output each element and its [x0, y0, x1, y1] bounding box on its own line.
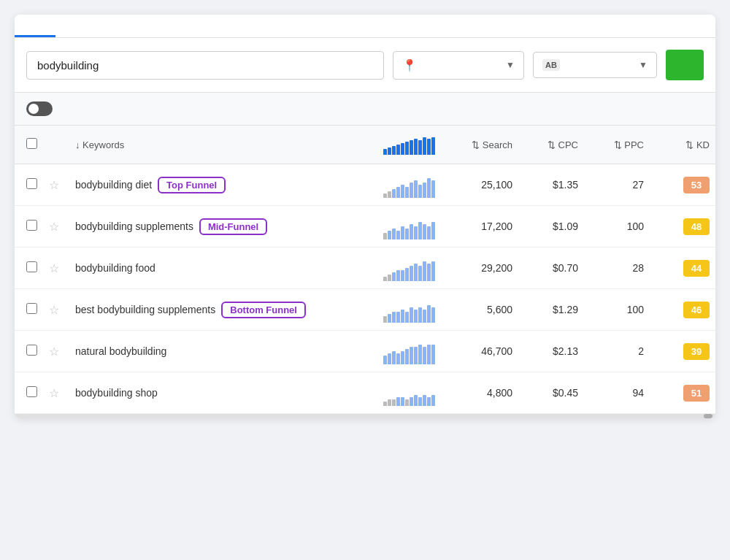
row-keyword: bodybuilding food [69, 248, 365, 289]
table-row: ☆bodybuilding dietTop Funnel25,100$1.352… [15, 164, 715, 206]
star-icon[interactable]: ☆ [49, 304, 59, 316]
filter-tab-questions[interactable] [679, 103, 704, 115]
header-kd[interactable]: ⇅ KD [650, 126, 715, 164]
star-icon[interactable]: ☆ [49, 345, 59, 358]
kd-badge: 39 [683, 343, 710, 360]
row-checkbox[interactable] [26, 345, 37, 356]
row-checkbox-cell [15, 372, 43, 414]
row-ppc: 28 [584, 248, 650, 289]
header-search-label: ⇅ Search [472, 139, 512, 150]
location-select[interactable]: 📍 ▼ [393, 51, 524, 80]
funnel-label: Top Funnel [158, 177, 226, 193]
header-keywords[interactable]: ↓ Keywords [69, 126, 365, 164]
row-checkbox-cell [15, 331, 43, 372]
row-kd: 44 [650, 248, 715, 289]
star-icon[interactable]: ☆ [49, 262, 59, 275]
kd-badge: 46 [683, 302, 710, 318]
row-ppc: 27 [584, 164, 650, 206]
tab-keyword[interactable] [15, 15, 55, 37]
toggle-knob [28, 104, 39, 114]
star-icon[interactable]: ☆ [49, 220, 59, 233]
row-cpc: $1.09 [518, 206, 584, 248]
header-cpc[interactable]: ⇅ CPC [518, 126, 584, 164]
search-button[interactable] [666, 50, 704, 80]
filter-tab-related[interactable] [623, 103, 648, 115]
row-star-cell: ☆ [43, 206, 69, 248]
row-keyword: bodybuilding dietTop Funnel [69, 164, 365, 206]
row-trend [365, 289, 453, 331]
keyword-text: natural bodybuilding [75, 345, 166, 357]
select-all-checkbox[interactable] [26, 138, 37, 149]
filter-tab-autocomplete[interactable] [651, 103, 676, 115]
row-search: 17,200 [453, 206, 518, 248]
language-select[interactable]: AB ▼ [533, 52, 657, 78]
row-cpc: $1.35 [518, 164, 584, 206]
row-star-cell: ☆ [43, 164, 69, 206]
keyword-input-wrap [26, 51, 384, 80]
row-checkbox[interactable] [26, 178, 37, 189]
row-ppc: 2 [584, 331, 650, 372]
row-keyword: best bodybuilding supplementsBottom Funn… [69, 289, 365, 331]
filter-bar [15, 93, 715, 126]
row-checkbox-cell [15, 289, 43, 331]
tab-domain[interactable] [55, 15, 96, 37]
row-keyword: bodybuilding shop [69, 372, 365, 414]
row-trend [365, 331, 453, 372]
table-body: ☆bodybuilding dietTop Funnel25,100$1.352… [15, 164, 715, 414]
row-checkbox[interactable] [26, 386, 37, 397]
kd-badge: 53 [683, 177, 710, 193]
row-ppc: 100 [584, 289, 650, 331]
results-table-wrap: ↓ Keywords ⇅ Search ⇅ CPC ⇅ PPC [15, 126, 715, 418]
table-row: ☆best bodybuilding supplementsBottom Fun… [15, 289, 715, 331]
row-star-cell: ☆ [43, 248, 69, 289]
row-checkbox-cell [15, 248, 43, 289]
row-checkbox[interactable] [26, 261, 37, 272]
row-cpc: $0.45 [518, 372, 584, 414]
scroll-thumb [704, 414, 712, 418]
row-keyword: natural bodybuilding [69, 331, 365, 372]
row-keyword: bodybuilding supplementsMid-Funnel [69, 206, 365, 248]
keyword-text: best bodybuilding supplements [75, 304, 215, 315]
scroll-indicator [15, 414, 715, 418]
row-cpc: $1.29 [518, 289, 584, 331]
results-table: ↓ Keywords ⇅ Search ⇅ CPC ⇅ PPC [15, 126, 715, 414]
header-ppc[interactable]: ⇅ PPC [584, 126, 650, 164]
kd-badge: 44 [683, 260, 710, 277]
row-star-cell: ☆ [43, 331, 69, 372]
row-trend [365, 164, 453, 206]
header-kd-label: ⇅ KD [685, 139, 710, 150]
row-cpc: $2.13 [518, 331, 584, 372]
row-checkbox[interactable] [26, 220, 37, 231]
toggle-switch[interactable] [26, 101, 53, 116]
header-search[interactable]: ⇅ Search [453, 126, 518, 164]
row-checkbox[interactable] [26, 303, 37, 314]
keyword-text: bodybuilding supplements [75, 220, 193, 232]
funnel-label: Bottom Funnel [221, 302, 306, 318]
table-row: ☆bodybuilding supplementsMid-Funnel17,20… [15, 206, 715, 248]
row-star-cell: ☆ [43, 372, 69, 414]
search-bar: 📍 ▼ AB ▼ [15, 38, 715, 93]
filter-toggle[interactable] [26, 101, 53, 116]
kd-badge: 51 [683, 385, 710, 402]
row-checkbox-cell [15, 164, 43, 206]
location-chevron-icon: ▼ [506, 60, 515, 70]
row-star-cell: ☆ [43, 289, 69, 331]
row-trend [365, 206, 453, 248]
star-icon[interactable]: ☆ [49, 387, 59, 399]
star-icon[interactable]: ☆ [49, 179, 59, 191]
row-search: 4,800 [453, 372, 518, 414]
kd-badge: 48 [683, 218, 710, 235]
header-ppc-label: ⇅ PPC [614, 139, 644, 150]
location-icon: 📍 [402, 58, 417, 72]
language-icon: AB [542, 59, 560, 71]
row-kd: 46 [650, 289, 715, 331]
header-checkbox-cell [15, 126, 43, 164]
row-trend [365, 248, 453, 289]
row-kd: 53 [650, 164, 715, 206]
row-search: 25,100 [453, 164, 518, 206]
keyword-text: bodybuilding diet [75, 179, 152, 191]
table-row: ☆natural bodybuilding46,700$2.13239 [15, 331, 715, 372]
row-ppc: 100 [584, 206, 650, 248]
keyword-input[interactable] [26, 51, 384, 80]
row-ppc: 94 [584, 372, 650, 414]
